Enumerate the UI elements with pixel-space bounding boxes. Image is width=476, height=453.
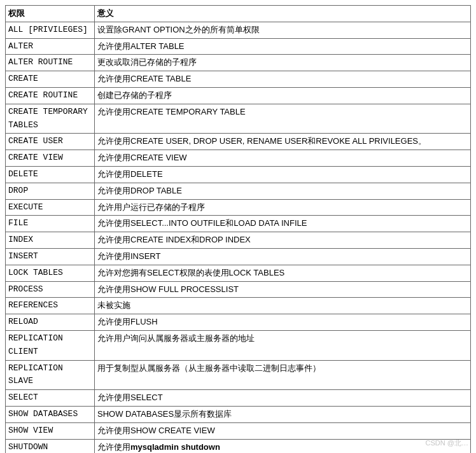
meaning-cell: 允许使用DROP TABLE (95, 183, 471, 199)
privilege-cell: REFERENCES (6, 298, 95, 314)
privilege-cell: EXECUTE (6, 199, 95, 216)
table-row: CREATE VIEW允许使用CREATE VIEW (6, 150, 471, 167)
privilege-cell: REPLICATION SLAVE (6, 360, 95, 390)
meaning-cell: 允许使用INSERT (95, 248, 471, 265)
privilege-cell: CREATE ROUTINE (6, 87, 95, 104)
table-row: REPLICATION SLAVE用于复制型从属服务器（从主服务器中读取二进制日… (6, 360, 471, 390)
table-row: CREATE ROUTINE创建已存储的子程序 (6, 87, 471, 104)
table-row: DROP允许使用DROP TABLE (6, 183, 471, 199)
table-row: REFERENCES未被实施 (6, 298, 471, 314)
privilege-cell: LOCK TABLES (6, 265, 95, 281)
table-row: SELECT允许使用SELECT (6, 390, 471, 407)
privilege-cell: CREATE USER (6, 134, 95, 150)
privilege-cell: SELECT (6, 390, 95, 407)
meaning-cell: 允许对您拥有SELECT权限的表使用LOCK TABLES (95, 265, 471, 281)
meaning-cell: SHOW DATABASES显示所有数据库 (95, 406, 471, 422)
meaning-cell: 允许使用CREATE TEMPORARY TABLE (95, 104, 471, 134)
table-row: SHUTDOWN允许使用mysqladmin shutdown (6, 439, 471, 453)
meaning-cell: 允许使用CREATE VIEW (95, 150, 471, 167)
table-row: SHOW DATABASESSHOW DATABASES显示所有数据库 (6, 406, 471, 422)
privilege-cell: REPLICATION CLIENT (6, 330, 95, 360)
meaning-cell: 未被实施 (95, 298, 471, 314)
privilege-cell: ALTER (6, 38, 95, 55)
meaning-cell: 允许使用CREATE INDEX和DROP INDEX (95, 232, 471, 249)
meaning-cell: 更改或取消已存储的子程序 (95, 55, 471, 71)
table-row: INSERT允许使用INSERT (6, 248, 471, 265)
table-row: FILE允许使用SELECT...INTO OUTFILE和LOAD DATA … (6, 216, 471, 232)
table-row: RELOAD允许使用FLUSH (6, 314, 471, 331)
meaning-cell: 允许用户运行已存储的子程序 (95, 199, 471, 216)
meaning-cell: 创建已存储的子程序 (95, 87, 471, 104)
privilege-cell: CREATE (6, 71, 95, 88)
privilege-cell: DELETE (6, 166, 95, 183)
meaning-cell: 用于复制型从属服务器（从主服务器中读取二进制日志事件） (95, 360, 471, 390)
privilege-cell: CREATE TEMPORARY TABLES (6, 104, 95, 134)
meaning-cell: 允许使用CREATE TABLE (95, 71, 471, 88)
table-row: ALL [PRIVILEGES]设置除GRANT OPTION之外的所有简单权限 (6, 22, 471, 38)
privilege-cell: SHOW VIEW (6, 422, 95, 439)
table-row: CREATE允许使用CREATE TABLE (6, 71, 471, 88)
table-row: REPLICATION CLIENT允许用户询问从属服务器或主服务器的地址 (6, 330, 471, 360)
header-meaning: 意义 (95, 6, 471, 22)
privilege-cell: RELOAD (6, 314, 95, 331)
meaning-cell: 允许使用SELECT (95, 390, 471, 407)
meaning-cell: 允许使用FLUSH (95, 314, 471, 331)
privilege-cell: CREATE VIEW (6, 150, 95, 167)
table-header-row: 权限 意义 (6, 6, 471, 22)
privilege-cell: SHUTDOWN (6, 439, 95, 453)
table-row: EXECUTE允许用户运行已存储的子程序 (6, 199, 471, 216)
privileges-table: 权限 意义 ALL [PRIVILEGES]设置除GRANT OPTION之外的… (5, 5, 471, 453)
privilege-cell: SHOW DATABASES (6, 406, 95, 422)
table-row: ALTER允许使用ALTER TABLE (6, 38, 471, 55)
meaning-cell: 允许使用DELETE (95, 166, 471, 183)
meaning-cell: 允许使用SHOW FULL PROCESSLIST (95, 281, 471, 298)
privilege-cell: INDEX (6, 232, 95, 249)
meaning-cell: 允许使用CREATE USER, DROP USER, RENAME USER和… (95, 134, 471, 150)
privilege-cell: ALL [PRIVILEGES] (6, 22, 95, 38)
table-row: INDEX允许使用CREATE INDEX和DROP INDEX (6, 232, 471, 249)
meaning-cell: 允许使用ALTER TABLE (95, 38, 471, 55)
header-privilege: 权限 (6, 6, 95, 22)
meaning-cell: 设置除GRANT OPTION之外的所有简单权限 (95, 22, 471, 38)
privilege-cell: ALTER ROUTINE (6, 55, 95, 71)
table-row: CREATE USER允许使用CREATE USER, DROP USER, R… (6, 134, 471, 150)
table-row: CREATE TEMPORARY TABLES允许使用CREATE TEMPOR… (6, 104, 471, 134)
privilege-cell: DROP (6, 183, 95, 199)
meaning-cell: 允许使用SHOW CREATE VIEW (95, 422, 471, 439)
table-row: ALTER ROUTINE更改或取消已存储的子程序 (6, 55, 471, 71)
privilege-cell: FILE (6, 216, 95, 232)
meaning-cell: 允许使用SELECT...INTO OUTFILE和LOAD DATA INFI… (95, 216, 471, 232)
table-row: DELETE允许使用DELETE (6, 166, 471, 183)
privilege-cell: INSERT (6, 248, 95, 265)
table-row: SHOW VIEW允许使用SHOW CREATE VIEW (6, 422, 471, 439)
meaning-cell: 允许用户询问从属服务器或主服务器的地址 (95, 330, 471, 360)
table-row: LOCK TABLES允许对您拥有SELECT权限的表使用LOCK TABLES (6, 265, 471, 281)
table-row: PROCESS允许使用SHOW FULL PROCESSLIST (6, 281, 471, 298)
privilege-cell: PROCESS (6, 281, 95, 298)
meaning-cell: 允许使用mysqladmin shutdown (95, 439, 471, 453)
table-body: ALL [PRIVILEGES]设置除GRANT OPTION之外的所有简单权限… (6, 22, 471, 453)
